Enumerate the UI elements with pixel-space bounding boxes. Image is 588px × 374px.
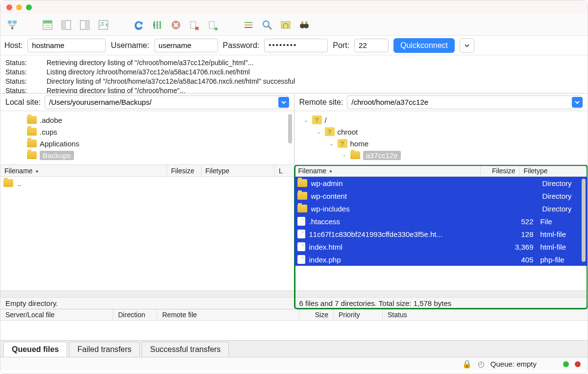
tree-item: .cups — [4, 126, 290, 138]
site-manager-icon[interactable] — [4, 17, 20, 33]
password-input[interactable]: •••••••• — [264, 39, 328, 52]
log-label: Status: — [5, 58, 35, 68]
list-item[interactable]: index.html3,369html-file — [294, 240, 588, 253]
scrollbar-thumb[interactable] — [582, 179, 586, 262]
quickconnect-button[interactable]: Quickconnect — [393, 38, 455, 53]
disconnect-icon[interactable] — [187, 17, 202, 33]
binoculars-icon[interactable] — [296, 17, 312, 33]
minimize-window-button[interactable] — [16, 4, 22, 10]
local-file-list[interactable]: .. — [0, 177, 294, 290]
local-file-list-header[interactable]: Filename▲ Filesize Filetype L — [0, 165, 294, 177]
folder-unknown-icon: ? — [325, 127, 335, 136]
quickconnect-history-button[interactable] — [460, 38, 474, 53]
column-filename[interactable]: Filename — [4, 167, 33, 175]
column-priority[interactable]: Priority — [339, 311, 360, 319]
file-type: php-file — [538, 256, 582, 264]
disclosure-open-icon[interactable]: ⌄ — [303, 117, 309, 123]
reconnect-icon[interactable] — [205, 17, 221, 33]
column-filetype[interactable]: Filetype — [524, 167, 548, 175]
process-queue-icon[interactable] — [149, 17, 165, 33]
svg-rect-0 — [8, 21, 12, 23]
list-item[interactable]: wp-adminDirectory — [294, 177, 588, 189]
remote-site-dropdown-button[interactable] — [572, 97, 583, 108]
tab-successful-transfers[interactable]: Successful transfers — [142, 342, 229, 357]
column-filetype[interactable]: Filetype — [205, 167, 229, 175]
svg-rect-23 — [301, 22, 303, 24]
remote-site-path-input[interactable] — [347, 95, 582, 109]
file-type: html-file — [538, 243, 582, 251]
port-input[interactable] — [354, 39, 389, 52]
username-label: Username: — [111, 41, 149, 50]
folder-icon — [350, 151, 360, 159]
scrollbar-thumb[interactable] — [288, 114, 292, 143]
svg-rect-24 — [305, 22, 307, 24]
file-icon — [297, 230, 305, 238]
log-label: Status: — [5, 77, 35, 86]
tree-item: ⌄?home — [298, 138, 584, 149]
list-item-parent-dir[interactable]: .. — [0, 177, 294, 189]
list-item[interactable]: 11c67f1c830bf241993cffde330e3f5e.ht...12… — [294, 228, 588, 240]
status-bar: 🔒 ◴ Queue: empty — [0, 357, 588, 371]
cancel-icon[interactable] — [168, 17, 184, 33]
file-size: 522 — [499, 217, 534, 226]
column-lastmodified[interactable]: L — [279, 167, 283, 175]
activity-led-green — [563, 361, 569, 367]
local-site-dropdown-button[interactable] — [278, 97, 289, 108]
tab-queued-files[interactable]: Queued files — [3, 342, 67, 357]
horizontal-scrollbar[interactable] — [294, 290, 588, 297]
remote-directory-tree[interactable]: ⌄?/ ⌄?chroot ⌄?home ›a37cc12e — [294, 111, 588, 165]
column-filesize[interactable]: Filesize — [171, 167, 194, 175]
toggle-queue-icon[interactable] — [96, 17, 111, 33]
disclosure-closed-icon[interactable]: › — [342, 152, 347, 158]
message-log[interactable]: Status:Retrieving directory listing of "… — [0, 55, 588, 94]
disclosure-open-icon[interactable]: ⌄ — [316, 129, 322, 135]
transfer-queue-header[interactable]: Server/Local file Direction Remote file … — [0, 309, 588, 321]
file-name: index.php — [309, 256, 495, 264]
list-item[interactable]: wp-includesDirectory — [294, 202, 588, 215]
filter-icon[interactable] — [241, 17, 256, 33]
column-filesize[interactable]: Filesize — [492, 167, 515, 175]
host-input[interactable] — [27, 39, 106, 52]
remote-site-label: Remote site: — [299, 98, 343, 107]
column-size[interactable]: Size — [315, 311, 328, 319]
local-site-path-input[interactable] — [45, 95, 288, 109]
tab-failed-transfers[interactable]: Failed transfers — [69, 342, 140, 357]
svg-rect-1 — [13, 21, 17, 23]
column-remote-file[interactable]: Remote file — [162, 311, 197, 319]
toggle-remote-tree-icon[interactable] — [77, 17, 93, 33]
horizontal-scrollbar[interactable] — [0, 290, 294, 297]
toggle-log-icon[interactable] — [40, 17, 55, 33]
folder-icon — [297, 205, 307, 212]
file-icon — [297, 217, 305, 226]
file-size: 128 — [499, 230, 534, 238]
local-directory-tree[interactable]: .adobe .cups Applications Backups — [0, 111, 294, 165]
folder-icon — [27, 116, 37, 124]
lock-icon[interactable]: 🔒 — [462, 359, 472, 369]
compare-icon[interactable] — [278, 17, 294, 33]
list-item[interactable]: .htaccess522File — [294, 215, 588, 228]
transfer-queue-body[interactable] — [0, 321, 588, 340]
activity-led-red — [575, 361, 581, 367]
close-window-button[interactable] — [6, 4, 12, 10]
username-input[interactable] — [154, 39, 218, 52]
folder-icon — [3, 179, 13, 187]
window-titlebar — [0, 0, 588, 14]
column-filename[interactable]: Filename — [298, 167, 327, 175]
file-name: .htaccess — [309, 217, 495, 226]
refresh-icon[interactable] — [131, 17, 147, 33]
speed-limit-icon[interactable]: ◴ — [478, 359, 485, 369]
column-status[interactable]: Status — [388, 311, 407, 319]
disclosure-open-icon[interactable]: ⌄ — [329, 140, 335, 147]
column-server-local[interactable]: Server/Local file — [5, 311, 54, 319]
toggle-local-tree-icon[interactable] — [58, 17, 74, 33]
search-icon[interactable] — [259, 17, 275, 33]
list-item[interactable]: wp-contentDirectory — [294, 189, 588, 202]
tree-item-selected: ›a37cc12e — [298, 149, 584, 161]
remote-file-list[interactable]: wp-adminDirectorywp-contentDirectorywp-i… — [294, 177, 588, 290]
local-pane: Local site: .adobe .cups Applications Ba… — [0, 94, 294, 309]
zoom-window-button[interactable] — [26, 4, 32, 10]
column-direction[interactable]: Direction — [118, 311, 145, 319]
file-name: wp-includes — [311, 205, 497, 213]
list-item[interactable]: index.php405php-file — [294, 253, 588, 266]
remote-file-list-header[interactable]: Filename▲ Filesize Filetype — [294, 165, 588, 177]
